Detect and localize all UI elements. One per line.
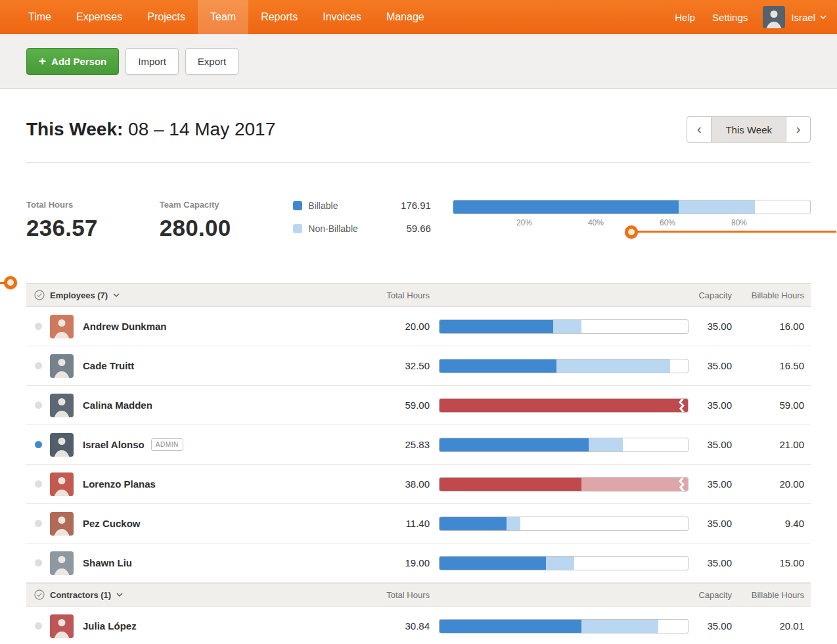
bar-seg2 [556,359,670,373]
total-hours-value: 25.83 [369,439,430,450]
export-button[interactable]: Export [185,48,238,75]
this-week-button[interactable]: This Week [712,116,786,143]
total-hours-big-value: 236.57 [26,215,160,241]
section-header: Employees (7) Total Hours Capacity Billa… [26,283,811,307]
billable-hours-value: 21.00 [746,439,811,450]
toolbar: + Add Person Import Export [0,34,837,89]
capacity-value: 35.00 [689,400,746,411]
hours-bar [439,359,689,373]
nav-item-team[interactable]: Team [198,0,248,34]
section-toggle[interactable]: Employees (7) [26,290,369,300]
admin-badge: ADMIN [151,438,183,451]
total-hours-value: 20.00 [369,321,430,332]
week-date-range: 08 – 14 May 2017 [128,119,275,139]
next-week-button[interactable]: › [786,116,811,143]
avatar [50,354,74,378]
capacity-value: 35.00 [689,620,746,632]
team-capacity-big-value: 280.00 [160,215,294,241]
col-total-hours: Total Hours [369,590,430,600]
nav-item-expenses[interactable]: Expenses [64,0,135,34]
billable-hours-value: 59.00 [746,400,811,411]
hours-bar [439,319,689,334]
billable-value: 176.91 [380,200,431,210]
avatar [50,433,74,457]
legend-values: 176.91 59.66 [380,200,431,246]
bar-seg1 [440,557,546,570]
table-row[interactable]: Cade Truitt 32.50 35.00 16.50 [26,346,811,386]
col-capacity: Capacity [689,590,746,600]
page-header: This Week: 08 – 14 May 2017 ‹ This Week … [0,89,837,143]
person-name[interactable]: Calina Madden [83,400,152,411]
add-person-button[interactable]: + Add Person [26,48,119,75]
person-name[interactable]: Shawn Liu [83,557,132,568]
tick-label: 40% [588,218,604,227]
user-avatar[interactable] [763,6,785,28]
section-title: Employees (7) [50,290,108,300]
table-row[interactable]: Lorenzo Planas 38.00 35.00 20.00 [26,465,811,504]
avatar [50,551,74,575]
capacity-value: 35.00 [689,478,746,490]
table-row[interactable]: Andrew Dunkman 20.00 35.00 16.00 [26,307,811,346]
billable-hours-value: 15.00 [746,557,811,568]
overflow-jag-icon [679,478,685,491]
settings-link[interactable]: Settings [704,12,756,23]
table-row[interactable]: Julia López 30.84 35.00 20.01 [26,607,811,644]
top-nav: TimeExpensesProjectsTeamReportsInvoicesM… [0,0,837,34]
table-row[interactable]: Pez Cuckow 11.40 35.00 9.40 [26,504,811,543]
bar-seg1 [440,359,556,373]
person-name[interactable]: Pez Cuckow [83,518,141,529]
tick-label: 20% [516,218,532,227]
bar-seg1 [440,517,507,530]
avatar [50,614,74,638]
col-total-hours: Total Hours [369,290,430,300]
status-dot [35,323,42,330]
tour-hotspot-handle[interactable] [4,276,17,289]
user-menu[interactable]: Israel [791,12,826,23]
person-name[interactable]: Julia López [83,620,137,632]
import-button[interactable]: Import [125,48,179,75]
nonbillable-swatch-icon [293,224,302,233]
section-toggle[interactable]: Contractors (1) [26,589,369,600]
add-person-label: Add Person [51,56,106,67]
nav-item-time[interactable]: Time [16,0,64,34]
week-title: This Week: [26,119,123,139]
avatar [50,512,74,536]
bar-seg1 [440,620,581,633]
person-name[interactable]: Lorenzo Planas [83,478,156,490]
chevron-down-icon [820,15,826,19]
capacity-value: 35.00 [689,557,746,568]
billable-hours-value: 16.00 [746,321,811,332]
avatar [50,472,74,496]
help-link[interactable]: Help [666,12,704,23]
plus-icon: + [39,55,46,67]
total-hours-stat: Total Hours 236.57 [26,200,160,241]
nav-item-reports[interactable]: Reports [248,0,310,34]
capacity-slider-handle[interactable] [625,225,638,239]
bar-seg2 [507,517,521,530]
team-capacity-stat: Team Capacity 280.00 [160,200,294,241]
nav-item-invoices[interactable]: Invoices [310,0,374,34]
chevron-down-icon [113,293,120,297]
billable-swatch-icon [293,201,302,210]
status-dot [35,362,42,369]
person-name[interactable]: Andrew Dunkman [83,321,167,332]
total-hours-value: 32.50 [369,360,430,371]
status-dot [35,622,42,630]
status-dot [35,559,42,566]
prev-week-button[interactable]: ‹ [687,116,712,143]
user-name: Israel [791,12,815,23]
nav-item-projects[interactable]: Projects [135,0,198,34]
status-dot [35,402,42,409]
person-name[interactable]: Cade Truitt [83,360,134,371]
table-row[interactable]: Israel Alonso ADMIN 25.83 35.00 21.00 [26,425,811,465]
total-hours-value: 19.00 [369,557,430,568]
team-table: Employees (7) Total Hours Capacity Billa… [0,283,837,644]
avatar [50,394,74,417]
table-row[interactable]: Shawn Liu 19.00 35.00 15.00 [26,543,811,583]
nav-item-manage[interactable]: Manage [374,0,437,34]
capacity-value: 35.00 [689,439,746,450]
table-row[interactable]: Calina Madden 59.00 35.00 59.00 [26,386,811,425]
avatar [50,315,74,338]
total-hours-value: 59.00 [369,400,430,411]
person-name[interactable]: Israel Alonso [83,439,145,450]
